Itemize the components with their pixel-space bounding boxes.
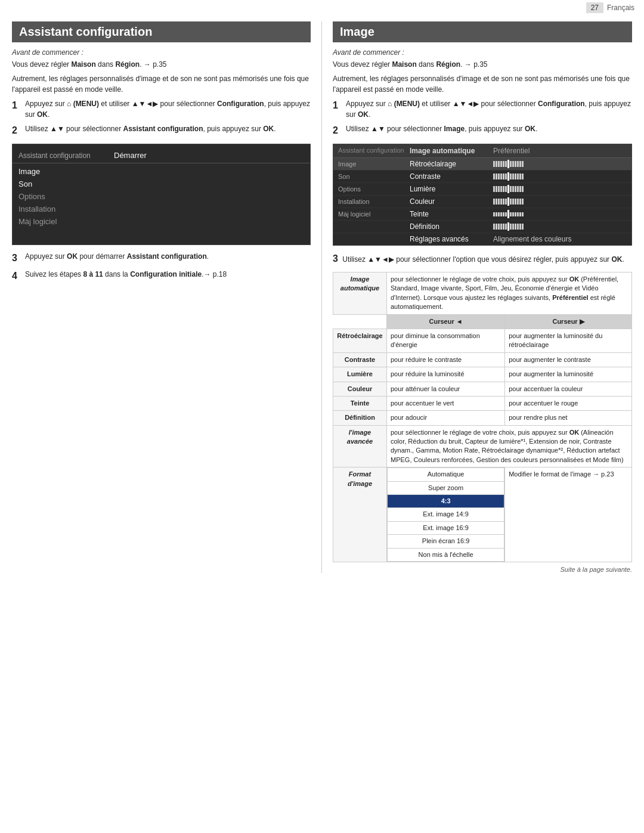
tick-sm: [503, 212, 504, 216]
step1-num-left: 1: [12, 98, 25, 120]
retroeclairage-left: pour diminue la consommation d'énergie: [387, 329, 505, 352]
tick: [510, 186, 512, 192]
lumiere-label: Lumière: [333, 367, 387, 382]
step3-text-left: Appuyez sur OK pour démarrer Assistant c…: [25, 251, 311, 265]
tick: [500, 186, 502, 192]
assistant-bold-left: Assistant configuration: [123, 125, 203, 133]
step2-text-left: Utilisez ▲▼ pour sélectionner Assistant …: [25, 123, 311, 138]
img-row-maj-c1: Màj logiciel: [338, 210, 410, 218]
tick-sm: [510, 212, 512, 216]
tick: [493, 199, 495, 205]
tick: [503, 161, 504, 167]
tick: [493, 224, 495, 230]
tick: [498, 224, 500, 230]
tick-sm: [515, 212, 516, 216]
step1-right: 1 Appuyez sur ⌂ (MENU) et utiliser ▲▼◄▶ …: [333, 98, 632, 120]
tick: [519, 174, 521, 179]
tick: [498, 199, 500, 205]
tick: [512, 186, 514, 192]
img-row-definition-ticks: [493, 222, 627, 231]
menu-item-maj[interactable]: Màj logiciel: [13, 215, 310, 228]
tick: [505, 161, 507, 167]
menu-item-options[interactable]: Options: [13, 190, 310, 203]
tick: [522, 224, 524, 230]
steps-3-4-left: 3 Appuyez sur OK pour démarrer Assistant…: [12, 251, 311, 283]
etapes-bold-left: 8 à 11: [83, 270, 103, 278]
tick-sm: [512, 212, 514, 216]
config-initiale-bold-left: Configuration initiale: [130, 270, 202, 278]
img-row-maj-c2: Teinte: [410, 210, 493, 218]
page-container: 27 Français Assistant configuration Avan…: [0, 0, 644, 833]
img-avancee-desc: pour sélectionner le réglage de votre ch…: [387, 425, 632, 467]
tick: [503, 224, 504, 230]
img-row-image-c2: Rétroéclairage: [410, 160, 493, 168]
tick: [522, 161, 524, 167]
img-menu-header-col2: Image automatique: [410, 147, 493, 155]
tick-sm: [522, 212, 524, 216]
img-row-options[interactable]: Options Lumière: [333, 183, 631, 196]
top-bar: 27 Français: [0, 0, 644, 16]
step1-num-right: 1: [333, 98, 346, 120]
img-row-options-c2: Lumière: [410, 185, 493, 193]
tick: [522, 199, 524, 205]
table-row-teinte: Teinte pour accentuer le vert pour accen…: [333, 396, 632, 410]
img-row-son-c1: Son: [338, 173, 410, 180]
retroeclairage-right: pour augmenter la luminosité du rétroécl…: [505, 329, 632, 352]
format-auto: Automatique: [388, 468, 504, 481]
img-row-definition[interactable]: Définition: [333, 221, 631, 233]
img-row-image[interactable]: Image Rétroéclairage: [333, 158, 631, 171]
img-row-installation-c1: Installation: [338, 198, 410, 205]
img-row-reglages-c3: Alignement des couleurs: [493, 235, 627, 243]
ok3-bold-right: OK: [611, 255, 622, 264]
menu-item-image[interactable]: Image: [13, 165, 310, 178]
step4-text-left: Suivez les étapes 8 à 11 dans la Configu…: [25, 269, 311, 283]
ok2-bold-right: OK: [525, 125, 535, 133]
format-row-nonmis: Non mis à l'échelle: [388, 548, 504, 561]
tick-center: [507, 172, 509, 181]
tick: [505, 199, 507, 205]
format-options-cell: Automatique Super zoom 4:3 Ext. image 14…: [387, 467, 505, 562]
tick: [493, 174, 495, 179]
step4-num-left: 4: [12, 269, 25, 283]
cursor-right-header: Curseur ▶: [505, 314, 632, 329]
format-row-14-9: Ext. image 14:9: [388, 508, 504, 521]
step2-text-right: Utilisez ▲▼ pour sélectionner Image, pui…: [346, 123, 632, 138]
img-row-maj[interactable]: Màj logiciel Teinte: [333, 208, 631, 221]
format-16-9ext: Ext. image 16:9: [388, 521, 504, 534]
img-row-image-ticks: [493, 160, 627, 168]
tick: [505, 186, 507, 192]
tick: [519, 224, 521, 230]
img-row-reglages[interactable]: Réglages avancés Alignement des couleurs: [333, 233, 631, 245]
img-row-son[interactable]: Son Contraste: [333, 171, 631, 183]
tick-sm: [500, 212, 502, 216]
tick: [517, 186, 519, 192]
tick: [522, 174, 524, 179]
couleur-label: Couleur: [333, 382, 387, 396]
tick: [510, 161, 512, 167]
menu-item-installation[interactable]: Installation: [13, 203, 310, 215]
tick: [500, 174, 502, 179]
assistant3-bold-left: Assistant configuration: [127, 252, 207, 261]
region-bold-left: Région: [115, 60, 140, 69]
tick: [512, 199, 514, 205]
table-row-format: Format d'image Automatique Super zoom 4:…: [333, 467, 632, 562]
tick: [500, 199, 502, 205]
img-auto-desc: pour sélectionner le réglage de votre ch…: [387, 272, 632, 315]
img-avancee-label: l'image avancée: [333, 425, 387, 467]
contraste-right: pour augmenter le contraste: [505, 352, 632, 367]
tick: [496, 199, 497, 205]
menu-header-val: Démarrer: [114, 151, 147, 160]
maison-bold-right: Maison: [392, 60, 416, 69]
menu-item-son[interactable]: Son: [13, 178, 310, 190]
img-menu-box: Assistant configuration Image automatiqu…: [333, 144, 632, 246]
img-menu-header-col3: Préférentiel: [493, 147, 627, 155]
step3-num-left: 3: [12, 251, 25, 265]
tick: [515, 186, 516, 192]
definition-label: Définition: [333, 411, 387, 425]
format-row-43: 4:3: [388, 495, 504, 508]
config-bold-right: Configuration: [538, 100, 585, 108]
definition-left: pour adoucir: [387, 411, 505, 425]
tick: [517, 224, 519, 230]
ok-bold-right: OK: [358, 110, 369, 119]
img-row-installation[interactable]: Installation Couleur: [333, 196, 631, 208]
